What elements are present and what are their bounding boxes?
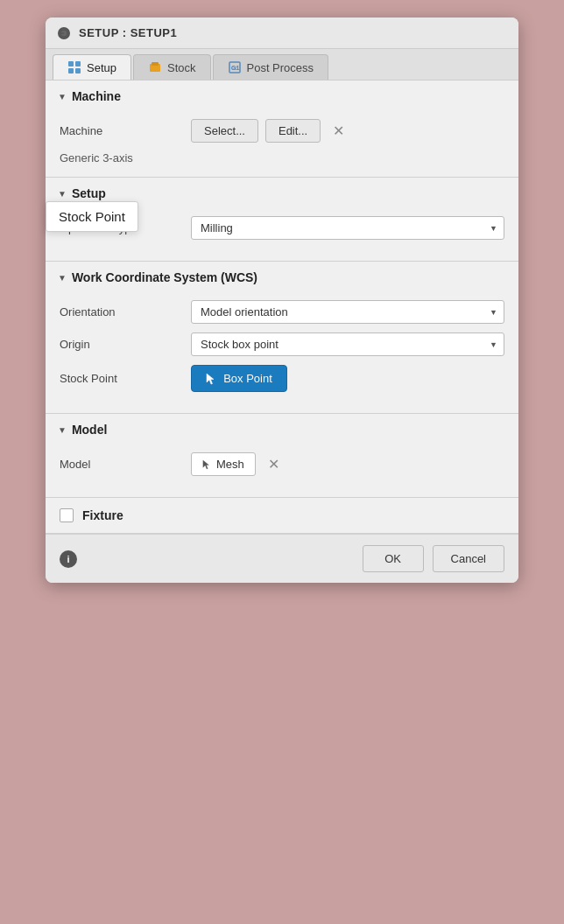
machine-section-arrow: ▼ — [58, 92, 67, 102]
machine-section-body: Machine Select... Edit... ✕ Generic 3-ax… — [46, 112, 518, 177]
dialog-title: SETUP : SETUP1 — [79, 26, 177, 39]
model-row: Model Mesh ✕ — [60, 452, 504, 476]
fixture-checkbox[interactable] — [60, 508, 74, 522]
operation-type-select-wrapper: Milling Turning Jet — [191, 216, 504, 240]
orientation-select-wrapper: Model orientation Select Z axis/plane & … — [191, 300, 504, 324]
machine-info-text: Generic 3-axis — [60, 151, 504, 164]
tab-setup-label: Setup — [87, 61, 116, 74]
wcs-section-arrow: ▼ — [58, 273, 67, 283]
model-label: Model — [60, 458, 191, 471]
wcs-section-body: Orientation Model orientation Select Z a… — [46, 293, 518, 413]
info-icon: i — [67, 554, 69, 564]
orientation-row: Orientation Model orientation Select Z a… — [60, 300, 504, 324]
machine-field-row: Machine Select... Edit... ✕ — [60, 119, 504, 143]
tab-bar: Setup Stock G1 G2 Post Process — [46, 49, 518, 80]
origin-label: Origin — [60, 338, 191, 351]
dialog-content: ▼ Machine Machine Select... Edit... ✕ Ge… — [46, 80, 518, 534]
model-section-body: Model Mesh ✕ — [46, 445, 518, 497]
stock-point-label: Stock Point — [60, 372, 191, 385]
setup-dialog: SETUP : SETUP1 Setup Stock — [46, 18, 518, 583]
tab-postprocess-label: Post Process — [247, 61, 314, 74]
svg-marker-12 — [203, 460, 209, 469]
svg-text:G2: G2 — [231, 66, 237, 71]
dialog-icon — [58, 27, 70, 39]
setup-section-title: Setup — [72, 186, 106, 200]
svg-marker-11 — [207, 374, 214, 384]
model-mesh-button[interactable]: Mesh — [191, 452, 256, 476]
model-clear-button[interactable]: ✕ — [263, 454, 285, 474]
setup-tab-icon — [67, 60, 81, 74]
orientation-label: Orientation — [60, 305, 191, 318]
postprocess-tab-icon: G1 G2 — [228, 60, 242, 74]
machine-controls: Select... Edit... ✕ — [191, 119, 504, 143]
tooltip-text: Stock Point — [59, 209, 125, 224]
svg-rect-3 — [75, 61, 81, 66]
wcs-section-title: Work Coordinate System (WCS) — [72, 270, 257, 284]
machine-label: Machine — [60, 124, 191, 137]
tab-setup[interactable]: Setup — [53, 54, 131, 80]
fixture-section: Fixture — [46, 498, 518, 534]
machine-select-button[interactable]: Select... — [191, 119, 258, 143]
stock-tab-icon — [148, 60, 162, 74]
origin-row: Origin Stock box point Model origin WCS … — [60, 332, 504, 356]
origin-select[interactable]: Stock box point Model origin WCS origin … — [191, 332, 504, 356]
mesh-cursor-icon — [202, 459, 211, 470]
fixture-label: Fixture — [82, 508, 123, 522]
svg-rect-5 — [75, 68, 81, 74]
model-section-title: Model — [72, 423, 107, 437]
title-bar: SETUP : SETUP1 — [46, 18, 518, 49]
orientation-select[interactable]: Model orientation Select Z axis/plane & … — [191, 300, 504, 324]
ok-button[interactable]: OK — [363, 545, 424, 572]
cancel-button[interactable]: Cancel — [433, 545, 504, 572]
model-section: ▼ Model Model Mesh ✕ — [46, 414, 518, 498]
machine-section: ▼ Machine Machine Select... Edit... ✕ Ge… — [46, 80, 518, 178]
stock-point-tooltip: Stock Point — [46, 201, 138, 232]
dialog-footer: i OK Cancel — [46, 534, 518, 583]
model-mesh-label: Mesh — [216, 458, 244, 471]
wcs-section-header[interactable]: ▼ Work Coordinate System (WCS) — [46, 262, 518, 293]
origin-select-wrapper: Stock box point Model origin WCS origin … — [191, 332, 504, 356]
svg-rect-7 — [152, 62, 159, 66]
svg-rect-4 — [68, 68, 74, 74]
machine-edit-button[interactable]: Edit... — [265, 119, 321, 143]
machine-section-header[interactable]: ▼ Machine — [46, 80, 518, 112]
svg-rect-2 — [68, 61, 74, 66]
stock-point-row: Stock Point Box Point — [60, 365, 504, 392]
setup-section-arrow: ▼ — [58, 189, 67, 199]
model-section-header[interactable]: ▼ Model — [46, 414, 518, 445]
tab-stock[interactable]: Stock — [133, 54, 211, 80]
fixture-row: Fixture — [46, 498, 518, 533]
machine-section-title: Machine — [72, 89, 121, 103]
model-controls: Mesh ✕ — [191, 452, 504, 476]
info-button[interactable]: i — [60, 550, 77, 568]
model-section-arrow: ▼ — [58, 425, 67, 435]
machine-clear-button[interactable]: ✕ — [328, 121, 349, 141]
box-point-button[interactable]: Box Point — [191, 365, 287, 392]
tab-postprocess[interactable]: G1 G2 Post Process — [213, 54, 329, 80]
operation-type-select[interactable]: Milling Turning Jet — [191, 216, 504, 240]
cursor-icon — [206, 373, 216, 385]
wcs-section: ▼ Work Coordinate System (WCS) Orientati… — [46, 262, 518, 414]
tab-stock-label: Stock — [167, 61, 196, 74]
box-point-label: Box Point — [223, 372, 272, 385]
